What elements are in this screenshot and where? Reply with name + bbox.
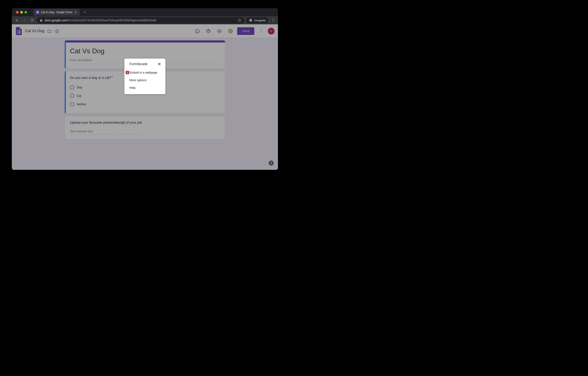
- incognito-icon: [249, 18, 253, 22]
- incognito-badge: Incognito: [246, 17, 268, 23]
- popup-item-help[interactable]: Help: [124, 84, 165, 92]
- lock-icon: [40, 19, 43, 22]
- svg-point-4: [251, 20, 252, 21]
- svg-point-5: [273, 19, 273, 20]
- popup-item-embed[interactable]: 2 Embed in a webpage: [124, 69, 165, 76]
- modal-overlay[interactable]: [12, 24, 278, 170]
- maximize-window-button[interactable]: [24, 11, 27, 13]
- close-window-button[interactable]: [16, 11, 19, 13]
- forms-favicon-icon: [36, 11, 39, 14]
- toolbar: docs.google.com/forms/d/1QrEYytV662N0O5a…: [12, 16, 278, 24]
- url-text: docs.google.com/forms/d/1QrEYytV662N0O5a…: [45, 19, 235, 22]
- svg-rect-0: [37, 11, 38, 12]
- popup-item-label: More options: [129, 78, 147, 82]
- bookmark-star-icon[interactable]: [238, 18, 242, 22]
- minimize-window-button[interactable]: [20, 11, 23, 13]
- tab-bar: Cat Vs Dog - Google Forms ✕ +: [12, 8, 278, 16]
- page-content: Cat Vs Dog Send V: [12, 24, 278, 170]
- browser-window: Cat Vs Dog - Google Forms ✕ + docs.googl…: [12, 8, 278, 170]
- svg-rect-1: [37, 12, 38, 12]
- reload-button[interactable]: [29, 17, 35, 23]
- back-button[interactable]: [14, 17, 20, 23]
- browser-tab[interactable]: Cat Vs Dog - Google Forms ✕: [33, 9, 80, 16]
- browser-menu-button[interactable]: [270, 19, 276, 22]
- popup-item-more-options[interactable]: More options: [124, 76, 165, 84]
- svg-point-3: [249, 20, 251, 21]
- svg-point-6: [273, 20, 273, 21]
- popup-header: Formfacade ✕: [124, 62, 165, 69]
- forward-button[interactable]: [21, 17, 27, 23]
- new-tab-button[interactable]: +: [82, 10, 87, 15]
- close-tab-button[interactable]: ✕: [74, 11, 77, 14]
- address-bar[interactable]: docs.google.com/forms/d/1QrEYytV662N0O5a…: [37, 17, 244, 23]
- incognito-label: Incognito: [254, 19, 266, 22]
- popup-item-label: Help: [129, 86, 136, 89]
- close-icon[interactable]: ✕: [158, 62, 161, 66]
- window-controls: [14, 11, 29, 13]
- notification-badge: 2: [126, 71, 129, 74]
- svg-rect-2: [37, 13, 38, 13]
- formfacade-popup: Formfacade ✕ 2 Embed in a webpage More o…: [124, 59, 165, 94]
- popup-item-label: Embed in a webpage: [129, 71, 157, 74]
- popup-title: Formfacade: [129, 62, 147, 66]
- tab-title: Cat Vs Dog - Google Forms: [41, 11, 72, 14]
- svg-point-7: [273, 21, 273, 22]
